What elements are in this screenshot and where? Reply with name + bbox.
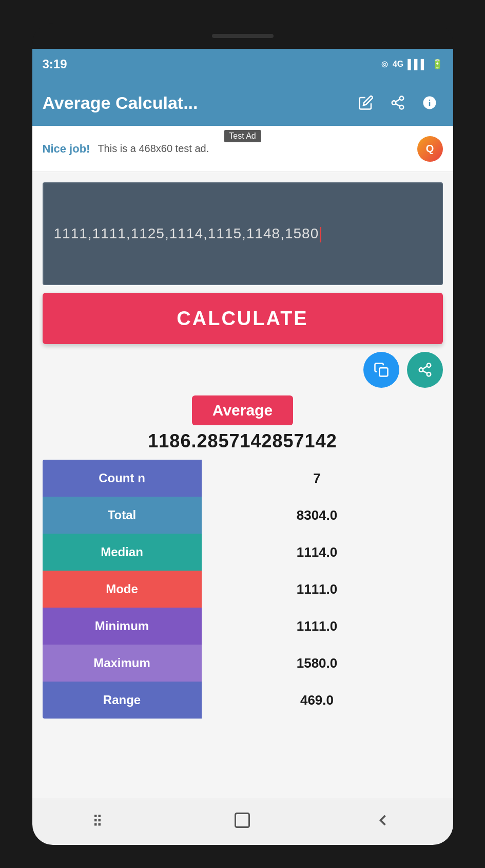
value-maximum: 1580.0 [202,655,443,671]
home-nav-button[interactable] [218,806,267,839]
status-icons: ⊚ 4G ▌▌▌ 🔋 [381,59,443,70]
label-total: Total [43,497,202,534]
action-buttons-row [43,352,443,388]
input-field[interactable]: 1111,1111,1125,1114,1115,1148,1580 [54,223,322,243]
back-nav-button[interactable] [358,806,408,839]
average-badge: Average [192,395,293,425]
ad-logo: Q [417,136,443,162]
label-range: Range [43,682,202,719]
svg-rect-17 [99,815,101,817]
ad-nice-job: Nice job! [43,142,90,156]
table-row-mode: Mode 1111.0 [43,571,443,608]
svg-point-6 [429,100,430,101]
value-range: 469.0 [202,692,443,708]
status-bar: 3:19 ⊚ 4G ▌▌▌ 🔋 [32,49,453,80]
svg-rect-7 [429,102,430,106]
svg-rect-20 [236,813,249,827]
main-content: 1111,1111,1125,1114,1115,1148,1580 CALCU… [32,172,453,799]
cursor [320,227,321,242]
battery-icon: 🔋 [432,59,443,70]
bottom-nav [32,799,453,845]
edit-icon-button[interactable] [353,89,379,116]
network-icon: 4G [393,60,403,69]
svg-point-11 [426,372,431,376]
average-section: Average 1186.2857142857142 [43,395,443,452]
svg-line-13 [422,366,427,369]
value-total: 8304.0 [202,507,443,523]
svg-line-3 [395,104,400,106]
svg-rect-14 [94,815,97,817]
ad-banner: Test Ad Nice job! This is a 468x60 test … [32,126,453,172]
average-label: Average [212,402,273,419]
menu-nav-button[interactable] [77,806,127,839]
phone-top-bar [32,23,453,49]
ad-text: This is a 468x60 test ad. [98,143,417,155]
table-row-count: Count n 7 [43,460,443,497]
copy-button[interactable] [363,352,399,388]
value-count: 7 [202,470,443,486]
svg-point-2 [399,105,403,109]
value-minimum: 1111.0 [202,618,443,634]
table-row-range: Range 469.0 [43,682,443,719]
value-mode: 1111.0 [202,581,443,597]
svg-point-9 [426,364,431,368]
share-result-button[interactable] [407,352,443,388]
svg-point-10 [419,368,423,372]
label-count: Count n [43,460,202,497]
input-area[interactable]: 1111,1111,1125,1114,1115,1148,1580 [43,182,443,285]
ad-label: Test Ad [224,130,261,142]
svg-line-4 [395,99,400,102]
svg-point-1 [392,101,396,105]
svg-rect-8 [379,368,387,376]
label-mode: Mode [43,571,202,608]
table-row-median: Median 1114.0 [43,534,443,571]
app-header: Average Calculat... [32,80,453,126]
label-median: Median [43,534,202,571]
status-time: 3:19 [43,57,67,71]
calculate-button-label: CALCULATE [177,308,308,330]
signal-icon: ▌▌▌ [408,59,427,70]
wifi-icon: ⊚ [381,59,389,70]
share-header-button[interactable] [384,89,411,116]
svg-rect-19 [99,823,101,826]
table-row-maximum: Maximum 1580.0 [43,645,443,682]
value-median: 1114.0 [202,544,443,560]
table-row-total: Total 8304.0 [43,497,443,534]
svg-line-12 [422,371,427,373]
svg-point-0 [399,97,403,101]
label-maximum: Maximum [43,645,202,682]
svg-rect-15 [94,819,97,821]
average-value: 1186.2857142857142 [148,430,337,452]
stats-table: Count n 7 Total 8304.0 Median 1114.0 Mod… [43,460,443,719]
phone-speaker [212,34,274,38]
phone-frame: 3:19 ⊚ 4G ▌▌▌ 🔋 Average Calculat... [32,23,453,845]
svg-rect-18 [99,819,101,821]
svg-rect-16 [94,823,97,826]
table-row-minimum: Minimum 1111.0 [43,608,443,645]
calculate-button[interactable]: CALCULATE [43,293,443,344]
app-title: Average Calculat... [43,93,347,113]
info-icon-button[interactable] [416,89,443,116]
label-minimum: Minimum [43,608,202,645]
